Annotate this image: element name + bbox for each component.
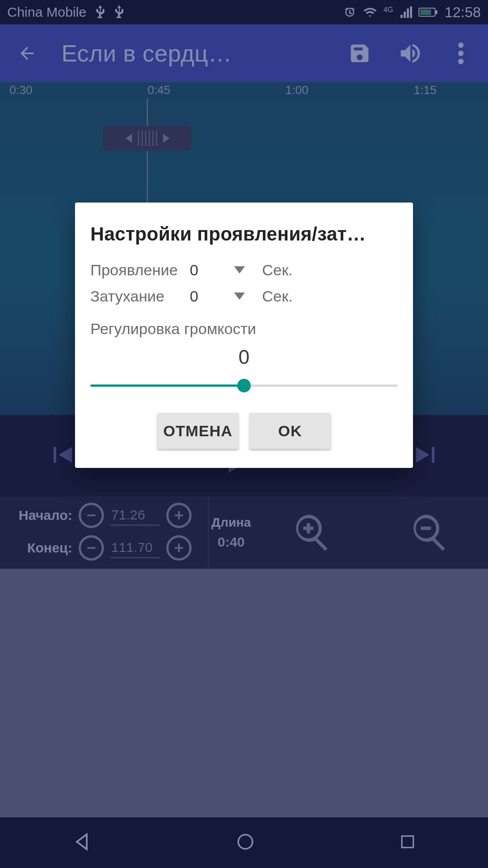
fade-in-value: 0	[190, 261, 217, 279]
ok-button[interactable]: OK	[249, 413, 331, 449]
fade-out-dropdown[interactable]	[217, 292, 262, 300]
fade-in-unit: Сек.	[262, 261, 293, 279]
fade-out-unit: Сек.	[262, 288, 293, 305]
volume-slider[interactable]	[90, 377, 398, 395]
chevron-down-icon	[234, 266, 245, 274]
fade-in-label: Проявление	[90, 261, 190, 279]
fade-out-value: 0	[190, 288, 217, 305]
fade-in-dropdown[interactable]	[217, 266, 262, 274]
volume-value: 0	[90, 346, 398, 368]
fade-settings-dialog: Настройки проявления/зат… Проявление 0 С…	[75, 203, 413, 468]
chevron-down-icon	[234, 292, 245, 300]
dialog-title: Настройки проявления/зат…	[90, 223, 398, 245]
fade-out-label: Затухание	[90, 288, 190, 305]
cancel-button[interactable]: ОТМЕНА	[157, 413, 239, 449]
volume-label: Регулировка громкости	[90, 320, 398, 338]
